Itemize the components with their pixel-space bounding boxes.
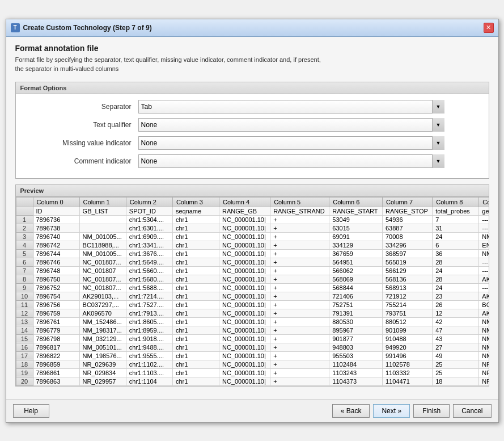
separator-select-wrapper: Tab Comma Semicolon Space ▼ — [138, 100, 444, 114]
table-row: 87896750NC_001807...chr1:5680....chr1NC_… — [16, 275, 489, 283]
missing-value-label: Missing value indicator — [25, 139, 138, 147]
table-cell: 7896748 — [33, 266, 79, 275]
table-cell: AK096570 — [79, 309, 126, 317]
table-cell: AK0965 — [479, 309, 489, 317]
next-button[interactable]: Next » — [373, 404, 410, 418]
page-title: Format annotation file — [15, 44, 489, 53]
table-cell: chr1:3676.... — [126, 249, 172, 258]
table-cell: 1104471 — [382, 377, 432, 385]
table-cell: NC_001807... — [79, 275, 126, 283]
page-description: Format file by specifying the separator,… — [15, 55, 489, 74]
table-cell: chr1:9488.... — [126, 343, 172, 351]
table-cell: 27 — [433, 343, 479, 351]
table-cell: + — [270, 232, 329, 241]
table-cell: NC_000001.10| — [219, 360, 270, 368]
table-cell: + — [270, 368, 329, 377]
back-button[interactable]: « Back — [332, 404, 370, 418]
table-row: 17896736chr1:5304....chr1NC_000001.10|+5… — [16, 215, 489, 224]
table-cell: 752751 — [329, 300, 383, 309]
table-cell — [79, 224, 126, 232]
text-qualifier-select[interactable]: None " ' — [138, 118, 444, 132]
table-cell: 1102484 — [329, 360, 383, 368]
table-row: 157896798NM_032129...chr1:9018....chr1NC… — [16, 334, 489, 343]
comment-indicator-select[interactable]: None # // — [138, 154, 444, 168]
table-cell: 7896750 — [33, 275, 79, 283]
table-cell: chr1:5660.... — [126, 266, 172, 275]
table-cell: + — [270, 249, 329, 258]
table-cell: 948803 — [329, 343, 383, 351]
table-cell: 1102578 — [382, 360, 432, 368]
title-bar: T Create Custom Technology (Step 7 of 9)… — [6, 19, 498, 37]
table-cell: NC_000001.10| — [219, 275, 270, 283]
row-num-cell: 1 — [16, 215, 33, 224]
table-row: 137896761NM_152486...chr1:8605....chr1NC… — [16, 317, 489, 326]
table-cell: 7896817 — [33, 343, 79, 351]
table-cell: chr1:8605.... — [126, 317, 172, 326]
data-header-1: GB_LIST — [79, 207, 126, 215]
table-cell: NM_001 — [479, 249, 489, 258]
table-cell: 793751 — [382, 309, 432, 317]
preview-table-container[interactable]: Column 0 Column 1 Column 2 Column 3 Colu… — [16, 197, 489, 386]
table-cell: 568844 — [329, 283, 383, 292]
table-cell: NM_005 — [479, 343, 489, 351]
data-header-0: ID — [33, 207, 79, 215]
table-row: 197896861NR_029834chr1:1103....chr1NC_00… — [16, 368, 489, 377]
table-cell: 63887 — [382, 224, 432, 232]
table-cell: chr1:5688.... — [126, 283, 172, 292]
table-row: 147896779NM_198317...chr1:8959....chr1NC… — [16, 326, 489, 334]
missing-value-select[interactable]: None N/A --- — [138, 136, 444, 150]
table-cell: + — [270, 283, 329, 292]
table-cell: chr1:7913.... — [126, 309, 172, 317]
table-cell: 7896759 — [33, 309, 79, 317]
text-qualifier-row: Text qualifier None " ' ▼ — [25, 118, 480, 132]
table-cell: NR_029957 — [79, 377, 126, 385]
table-cell: 25 — [433, 368, 479, 377]
table-cell: 991496 — [382, 351, 432, 360]
format-options-body: Separator Tab Comma Semicolon Space ▼ Te… — [16, 94, 489, 178]
separator-select[interactable]: Tab Comma Semicolon Space — [138, 100, 444, 114]
table-row: 167896817NM_005101...chr1:9488....chr1NC… — [16, 343, 489, 351]
table-cell: chr1 — [172, 292, 219, 300]
col-header-6: Column 6 — [329, 197, 383, 207]
cancel-button[interactable]: Cancel — [453, 404, 491, 418]
table-cell: 880512 — [382, 317, 432, 326]
close-button[interactable]: ✕ — [484, 23, 494, 33]
table-cell: 7896746 — [33, 258, 79, 266]
window-icon: T — [11, 23, 20, 32]
table-cell: 568136 — [382, 275, 432, 283]
table-cell: NC_000001.10| — [219, 368, 270, 377]
table-cell: --- — [479, 224, 489, 232]
table-cell: NM_005101... — [79, 343, 126, 351]
table-cell: NC_000001.10| — [219, 224, 270, 232]
table-cell: 901099 — [382, 326, 432, 334]
table-cell: NC_001807... — [79, 283, 126, 292]
table-cell: 721406 — [329, 292, 383, 300]
table-cell: 25 — [433, 360, 479, 368]
table-cell: 910488 — [382, 334, 432, 343]
col-header-rownum — [16, 197, 33, 207]
finish-button[interactable]: Finish — [413, 404, 450, 418]
table-cell: NM_032129... — [79, 334, 126, 343]
table-cell: 7 — [433, 215, 479, 224]
table-cell: NC_000001.10| — [219, 258, 270, 266]
table-cell: ENST00 — [479, 241, 489, 249]
row-num-cell: 13 — [16, 317, 33, 326]
table-cell: AK290103,... — [79, 292, 126, 300]
table-cell: NM_001 — [479, 232, 489, 241]
table-cell: 49 — [433, 351, 479, 360]
row-num-cell: 17 — [16, 351, 33, 360]
help-button[interactable]: Help — [13, 404, 49, 418]
table-cell: 18 — [433, 377, 479, 385]
row-num-cell: 6 — [16, 258, 33, 266]
format-options-panel: Format Options Separator Tab Comma Semic… — [15, 82, 489, 179]
table-cell: 63015 — [329, 224, 383, 232]
table-cell: 955503 — [329, 351, 383, 360]
table-cell: NC_000001.10| — [219, 232, 270, 241]
table-cell: chr1 — [172, 351, 219, 360]
data-header-row: ID GB_LIST SPOT_ID seqname RANGE_GB RANG… — [16, 207, 489, 215]
table-cell: 23 — [433, 292, 479, 300]
table-cell: NC_000001.10| — [219, 343, 270, 351]
row-num-cell: 3 — [16, 232, 33, 241]
table-cell: NM_198317... — [79, 326, 126, 334]
table-cell: AK2901 — [479, 292, 489, 300]
